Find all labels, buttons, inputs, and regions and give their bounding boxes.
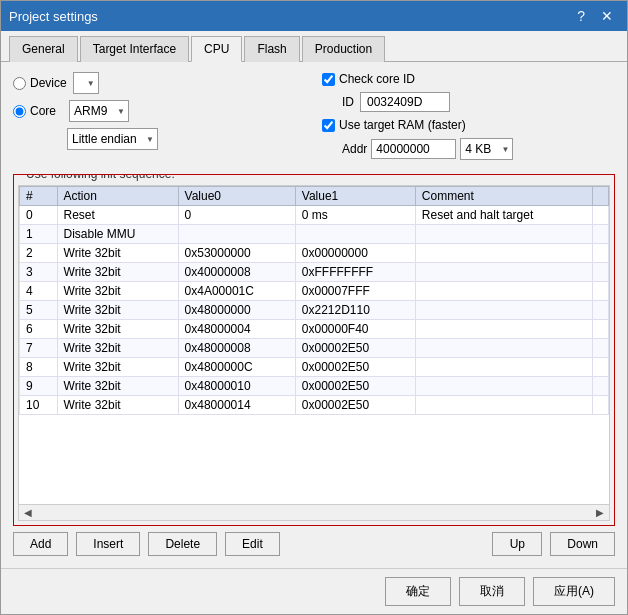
check-core-id-row: Check core ID: [322, 72, 615, 86]
add-button[interactable]: Add: [13, 532, 68, 556]
cell-value0: 0x48000014: [178, 396, 295, 415]
cell-value0: 0x4800000C: [178, 358, 295, 377]
cell-comment: [415, 282, 592, 301]
col-action: Action: [57, 187, 178, 206]
check-core-id-checkbox[interactable]: [322, 73, 335, 86]
right-panel: Check core ID ID Use target RAM (faster)…: [322, 72, 615, 160]
cell-value1: 0x00002E50: [295, 396, 415, 415]
addr-row: Addr 4 KB: [322, 138, 615, 160]
window-title: Project settings: [9, 9, 98, 24]
cell-action: Write 32bit: [57, 301, 178, 320]
cell-action: Write 32bit: [57, 244, 178, 263]
cell-num: 10: [20, 396, 58, 415]
use-target-ram-checkbox[interactable]: [322, 119, 335, 132]
horizontal-scrollbar[interactable]: ◀ ▶: [18, 505, 610, 521]
table-row[interactable]: 8Write 32bit0x4800000C0x00002E50: [20, 358, 609, 377]
addr-input[interactable]: [371, 139, 456, 159]
cell-value0: 0x48000010: [178, 377, 295, 396]
cell-comment: [415, 339, 592, 358]
table-row[interactable]: 7Write 32bit0x480000080x00002E50: [20, 339, 609, 358]
cell-value1: 0x00002E50: [295, 339, 415, 358]
table-row[interactable]: 9Write 32bit0x480000100x00002E50: [20, 377, 609, 396]
cell-num: 7: [20, 339, 58, 358]
cell-action: Write 32bit: [57, 282, 178, 301]
table-row[interactable]: 0Reset00 msReset and halt target: [20, 206, 609, 225]
cell-scrollbar: [593, 301, 609, 320]
table-row[interactable]: 4Write 32bit0x4A00001C0x00007FFF: [20, 282, 609, 301]
scroll-right-arrow[interactable]: ▶: [593, 507, 607, 518]
cell-comment: [415, 244, 592, 263]
col-num: #: [20, 187, 58, 206]
cell-scrollbar: [593, 225, 609, 244]
table-row[interactable]: 2Write 32bit0x530000000x00000000: [20, 244, 609, 263]
insert-button[interactable]: Insert: [76, 532, 140, 556]
cell-value1: 0 ms: [295, 206, 415, 225]
cell-num: 1: [20, 225, 58, 244]
cell-value1: 0x00002E50: [295, 358, 415, 377]
device-radio[interactable]: [13, 77, 26, 90]
table-row[interactable]: 10Write 32bit0x480000140x00002E50: [20, 396, 609, 415]
title-bar: Project settings ? ✕: [1, 1, 627, 31]
ok-button[interactable]: 确定: [385, 577, 451, 606]
cell-value0: 0x4A00001C: [178, 282, 295, 301]
id-label: ID: [342, 95, 354, 109]
col-scrollbar: [593, 187, 609, 206]
scroll-left-arrow[interactable]: ◀: [21, 507, 35, 518]
tab-flash[interactable]: Flash: [244, 36, 299, 62]
core-radio-label: Core: [13, 104, 63, 118]
table-container[interactable]: # Action Value0 Value1 Comment 0Reset00 …: [18, 185, 610, 505]
core-label: Core: [30, 104, 56, 118]
footer: 确定 取消 应用(A): [1, 568, 627, 614]
device-label: Device: [30, 76, 67, 90]
cell-action: Write 32bit: [57, 396, 178, 415]
table-row[interactable]: 3Write 32bit0x400000080xFFFFFFFF: [20, 263, 609, 282]
top-section: Device Core ARM9: [13, 72, 615, 160]
size-select[interactable]: 4 KB: [460, 138, 513, 160]
cell-scrollbar: [593, 396, 609, 415]
check-core-id-label: Check core ID: [339, 72, 415, 86]
cell-comment: Reset and halt target: [415, 206, 592, 225]
core-radio[interactable]: [13, 105, 26, 118]
cancel-button[interactable]: 取消: [459, 577, 525, 606]
cell-scrollbar: [593, 377, 609, 396]
table-row[interactable]: 1Disable MMU: [20, 225, 609, 244]
project-settings-window: Project settings ? ✕ General Target Inte…: [0, 0, 628, 615]
cell-value0: 0x40000008: [178, 263, 295, 282]
cell-value1: 0x2212D110: [295, 301, 415, 320]
up-button[interactable]: Up: [492, 532, 542, 556]
init-sequence-group: Use following init sequence: # Action Va…: [13, 174, 615, 526]
endian-row: Little endian: [13, 128, 306, 150]
id-input[interactable]: [360, 92, 450, 112]
table-row[interactable]: 6Write 32bit0x480000040x00000F40: [20, 320, 609, 339]
edit-button[interactable]: Edit: [225, 532, 280, 556]
apply-button[interactable]: 应用(A): [533, 577, 615, 606]
delete-button[interactable]: Delete: [148, 532, 217, 556]
down-button[interactable]: Down: [550, 532, 615, 556]
cell-value1: 0xFFFFFFFF: [295, 263, 415, 282]
cell-action: Disable MMU: [57, 225, 178, 244]
cell-scrollbar: [593, 206, 609, 225]
tab-cpu[interactable]: CPU: [191, 36, 242, 62]
cell-value1: 0x00000F40: [295, 320, 415, 339]
cell-num: 4: [20, 282, 58, 301]
close-button[interactable]: ✕: [595, 7, 619, 25]
tab-production[interactable]: Production: [302, 36, 385, 62]
endian-select[interactable]: Little endian: [67, 128, 158, 150]
cell-scrollbar: [593, 358, 609, 377]
cell-scrollbar: [593, 244, 609, 263]
init-sequence-table: # Action Value0 Value1 Comment 0Reset00 …: [19, 186, 609, 415]
cell-num: 3: [20, 263, 58, 282]
cell-value0: 0x48000000: [178, 301, 295, 320]
core-select[interactable]: ARM9: [69, 100, 129, 122]
cell-comment: [415, 377, 592, 396]
table-row[interactable]: 5Write 32bit0x480000000x2212D110: [20, 301, 609, 320]
core-select-wrapper: ARM9: [69, 100, 129, 122]
help-button[interactable]: ?: [571, 7, 591, 25]
device-select[interactable]: [73, 72, 99, 94]
cell-comment: [415, 358, 592, 377]
cell-value0: 0x48000004: [178, 320, 295, 339]
cell-num: 6: [20, 320, 58, 339]
cell-num: 5: [20, 301, 58, 320]
tab-target-interface[interactable]: Target Interface: [80, 36, 189, 62]
tab-general[interactable]: General: [9, 36, 78, 62]
